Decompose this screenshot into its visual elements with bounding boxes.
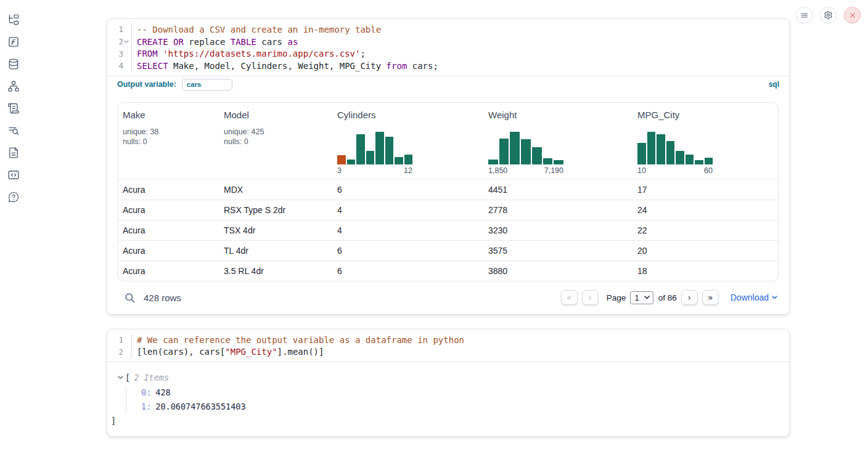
column-header-make[interactable]: Makeunique: 38nulls: 0: [118, 103, 219, 179]
column-header-cylinders[interactable]: Cylinders312: [333, 103, 484, 179]
token-keyword: SELECT: [137, 61, 168, 71]
line-number: 1: [118, 335, 123, 344]
histogram-bar: [385, 137, 394, 164]
line-number: 3: [118, 49, 123, 59]
sidebar-item-file-tree[interactable]: [7, 14, 20, 26]
chevron-down-icon: [772, 296, 777, 299]
search-icon: [125, 293, 135, 303]
database-icon: [7, 58, 20, 70]
code-line[interactable]: 2[len(cars), cars["MPG_City"].mean()]: [107, 346, 789, 358]
token-keyword: FROM: [137, 49, 158, 59]
histogram-axis: 312: [337, 166, 412, 175]
line-number: 2: [118, 347, 123, 357]
line-number: 2: [118, 37, 123, 46]
histogram-bar: [366, 151, 375, 164]
sidebar-item-functions[interactable]: [7, 36, 20, 48]
table-search-button[interactable]: [125, 293, 135, 303]
histogram-bars: [337, 130, 412, 164]
item-value: 428: [155, 387, 170, 397]
item-key: 0:: [141, 387, 151, 397]
python-code-editor[interactable]: 1# We can reference the output variable …: [107, 330, 789, 362]
items-count: 2 Items: [134, 373, 169, 382]
table-cell: MDX: [219, 185, 333, 195]
token-plain: [158, 49, 163, 59]
histogram-bar: [686, 155, 694, 164]
column-stat: nulls: 0: [123, 137, 216, 147]
page-select[interactable]: 1: [630, 291, 653, 304]
axis-min-label: 3: [337, 166, 342, 175]
page-label: Page: [607, 293, 626, 302]
sidebar-item-scratchpad[interactable]: [7, 102, 20, 115]
open-bracket: [: [125, 373, 130, 382]
sql-code-editor[interactable]: 1-- Download a CSV and create an in-memo…: [107, 19, 789, 76]
next-page-button[interactable]: ›: [681, 290, 698, 305]
tree-root: [ 2 Items: [111, 371, 779, 384]
hamburger-icon: [800, 11, 809, 20]
table-cell: Acura: [118, 225, 219, 235]
table-cell: 22: [633, 225, 778, 235]
table-cell: 4451: [484, 185, 633, 195]
sidebar-item-documents[interactable]: [7, 147, 20, 159]
histogram-bar: [337, 155, 346, 164]
histogram-bar: [637, 143, 646, 164]
column-header-model[interactable]: Modelunique: 425nulls: 0: [219, 103, 333, 179]
line-number: 1: [118, 25, 123, 34]
column-label: Weight: [488, 110, 629, 120]
token-plain: Make, Model, Cylinders, Weight, MPG_City: [168, 61, 387, 71]
histogram-bar: [499, 139, 509, 164]
axis-max-label: 60: [704, 166, 713, 175]
column-label: MPG_City: [637, 110, 774, 120]
code-line[interactable]: 2CREATE OR replace TABLE cars as: [107, 36, 789, 48]
gutter: 1: [107, 23, 132, 36]
token-keyword: OR: [173, 37, 184, 47]
close-bracket: ]: [111, 413, 779, 426]
table-cell: 24: [633, 205, 778, 215]
histogram-axis: 1060: [637, 166, 713, 175]
code-line[interactable]: 4SELECT Make, Model, Cylinders, Weight, …: [107, 60, 789, 72]
sidebar-item-snippets[interactable]: [7, 169, 20, 181]
fold-chevron-icon[interactable]: [123, 40, 129, 43]
last-page-button[interactable]: »: [702, 290, 719, 305]
tree-items: 0: 428 1: 20.060747663551403: [126, 386, 779, 413]
code-line[interactable]: 1-- Download a CSV and create an in-memo…: [107, 23, 789, 36]
token-plain: replace: [184, 37, 231, 47]
code-text: FROM 'https://datasets.marimo.app/cars.c…: [132, 49, 366, 59]
token-plain: ].mean()]: [277, 347, 324, 357]
token-plain: [168, 37, 173, 47]
prev-page-button[interactable]: ‹: [582, 290, 599, 305]
close-button[interactable]: [844, 7, 861, 23]
gutter: 4: [107, 60, 132, 72]
table-cell: 4: [333, 225, 484, 235]
download-button[interactable]: Download: [731, 293, 777, 302]
column-header-weight[interactable]: Weight1,8507,190: [484, 103, 633, 179]
sidebar-item-dependency-graph[interactable]: [7, 80, 20, 92]
table-row: AcuraMDX6445117: [118, 179, 778, 200]
sidebar-item-logs[interactable]: [7, 124, 20, 137]
column-label: Cylinders: [337, 110, 480, 120]
column-header-mpg_city[interactable]: MPG_City1060: [633, 103, 778, 179]
axis-min-label: 1,850: [488, 166, 507, 175]
pagination: « ‹ Page 1 of 86 › » Download: [557, 290, 779, 305]
sidebar-item-help[interactable]: [7, 191, 20, 203]
sql-cell-output: Makeunique: 38nulls: 0Modelunique: 425nu…: [107, 93, 789, 314]
gutter: 2: [107, 36, 132, 48]
menu-button[interactable]: [796, 7, 813, 23]
code-line[interactable]: 1# We can reference the output variable …: [107, 334, 789, 346]
axis-min-label: 10: [637, 166, 646, 175]
first-page-button[interactable]: «: [561, 290, 578, 305]
functions-icon: [7, 36, 20, 48]
documentation-icon: [7, 147, 20, 159]
histogram-weight: 1,8507,190: [488, 130, 563, 175]
token-comment: # We can reference the output variable a…: [137, 335, 464, 345]
output-variable-input[interactable]: [182, 79, 232, 91]
code-text: [len(cars), cars["MPG_City"].mean()]: [132, 347, 324, 357]
code-text: # We can reference the output variable a…: [132, 335, 464, 345]
sidebar-item-datasources[interactable]: [7, 58, 20, 70]
settings-button[interactable]: [820, 7, 837, 23]
gear-icon: [824, 10, 833, 20]
column-stat: nulls: 0: [224, 137, 329, 147]
code-line[interactable]: 3FROM 'https://datasets.marimo.app/cars.…: [107, 47, 789, 60]
tree-collapse-toggle[interactable]: [118, 376, 123, 379]
token-plain: ;: [360, 49, 365, 59]
topbar-actions: [796, 7, 861, 23]
